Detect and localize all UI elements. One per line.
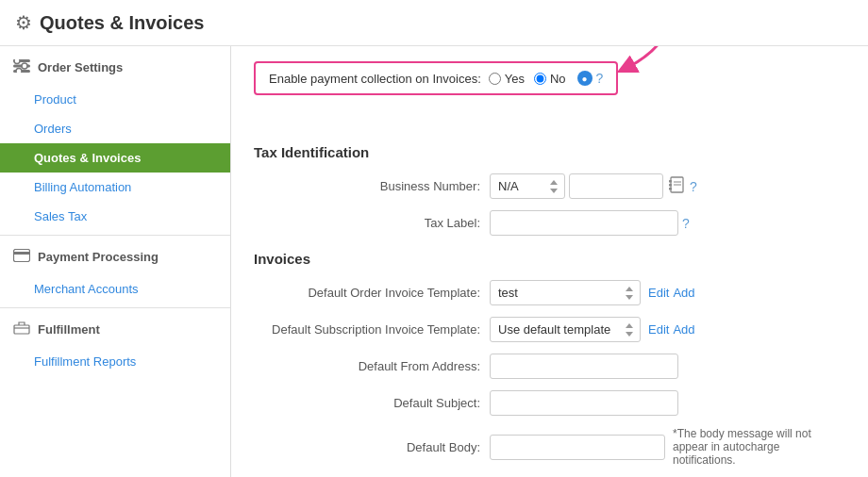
invoices-title: Invoices: [254, 251, 845, 267]
sidebar-section-payment-processing: Payment Processing Merchant Accounts: [0, 239, 230, 304]
tax-label-input[interactable]: [490, 210, 678, 236]
sidebar-section-order-settings: Order Settings Product Orders Quotes & I…: [0, 50, 230, 231]
help-icon-business[interactable]: ?: [690, 179, 697, 194]
help-icon-payment[interactable]: ?: [596, 71, 604, 86]
fulfillment-icon: [13, 321, 30, 337]
sidebar-section-header-payment: Payment Processing: [0, 239, 230, 274]
default-order-invoice-select[interactable]: test Use default template: [490, 280, 641, 305]
business-number-controls: N/A GST VAT: [490, 173, 697, 199]
subscription-invoice-add-link[interactable]: Add: [673, 322, 694, 337]
radio-yes-label: Yes: [505, 72, 525, 86]
svg-rect-8: [14, 325, 29, 334]
tax-label-label: Tax Label:: [254, 216, 480, 230]
default-from-address-group: Default From Address:: [254, 354, 845, 379]
order-invoice-edit-link[interactable]: Edit: [648, 286, 669, 300]
order-invoice-add-link[interactable]: Add: [673, 286, 694, 300]
business-number-group: Business Number: N/A GST VAT: [254, 173, 845, 199]
radio-no-option[interactable]: No: [534, 72, 566, 86]
svg-rect-7: [14, 252, 30, 255]
order-invoice-edit-add: Edit Add: [648, 286, 695, 300]
payment-icon: [13, 249, 30, 265]
default-body-group: Default Body: *The body message will not…: [254, 427, 845, 467]
sidebar-item-billing-automation[interactable]: Billing Automation: [0, 173, 230, 202]
body-note: *The body message will not appear in aut…: [673, 427, 845, 467]
default-order-invoice-group: Default Order Invoice Template: test Use…: [254, 280, 845, 305]
gear-icon: ⚙: [15, 11, 32, 34]
default-subscription-invoice-select[interactable]: Use default template test: [490, 317, 641, 342]
default-body-label: Default Body:: [254, 440, 480, 454]
default-subscription-invoice-label: Default Subscription Invoice Template:: [254, 322, 480, 337]
business-number-label: Business Number:: [254, 179, 480, 193]
tax-identification-section: Tax Identification Business Number: N/A …: [254, 144, 845, 236]
sidebar-item-sales-tax[interactable]: Sales Tax: [0, 202, 230, 231]
main-content: Enable payment collection on Invoices: Y…: [231, 46, 868, 477]
default-subject-label: Default Subject:: [254, 396, 480, 410]
sidebar-item-fulfillment-reports[interactable]: Fulfillment Reports: [0, 347, 230, 376]
svg-point-5: [16, 69, 22, 74]
sidebar-item-quotes-invoices[interactable]: Quotes & Invoices: [0, 143, 230, 173]
page-header: ⚙ Quotes & Invoices: [0, 0, 868, 46]
sidebar-divider-1: [0, 235, 230, 236]
default-subject-group: Default Subject:: [254, 390, 845, 416]
radio-no[interactable]: [534, 73, 546, 85]
svg-point-4: [22, 63, 27, 69]
default-from-address-label: Default From Address:: [254, 359, 480, 373]
invoices-section: Invoices Default Order Invoice Template:…: [254, 251, 845, 467]
payment-processing-label: Payment Processing: [38, 250, 159, 264]
sidebar-divider-2: [0, 307, 230, 308]
sidebar-section-header-order-settings: Order Settings: [0, 50, 230, 85]
help-icon-tax-label[interactable]: ?: [682, 216, 690, 231]
radio-yes-option[interactable]: Yes: [489, 72, 525, 86]
business-number-input[interactable]: [569, 173, 663, 199]
fulfillment-label: Fulfillment: [38, 322, 100, 337]
svg-rect-13: [669, 188, 672, 190]
sidebar: Order Settings Product Orders Quotes & I…: [0, 46, 231, 477]
subscription-invoice-edit-link[interactable]: Edit: [648, 322, 669, 337]
radio-no-label: No: [550, 72, 566, 86]
svg-point-3: [14, 59, 20, 64]
default-order-invoice-label: Default Order Invoice Template:: [254, 286, 480, 300]
order-settings-icon: [13, 59, 30, 75]
default-subscription-invoice-wrapper: Use default template test Edit Add: [490, 317, 695, 342]
business-number-select[interactable]: N/A GST VAT: [490, 173, 565, 199]
default-subject-input[interactable]: [490, 390, 678, 416]
sidebar-section-header-fulfillment: Fulfillment: [0, 312, 230, 347]
radio-yes[interactable]: [489, 73, 501, 85]
address-book-icon[interactable]: [669, 176, 686, 197]
tax-identification-title: Tax Identification: [254, 144, 845, 160]
default-order-invoice-wrapper: test Use default template Edit Add: [490, 280, 695, 305]
sidebar-item-merchant-accounts[interactable]: Merchant Accounts: [0, 274, 230, 304]
svg-rect-6: [14, 250, 30, 262]
order-settings-label: Order Settings: [38, 60, 123, 74]
default-body-input[interactable]: [490, 435, 665, 460]
sidebar-item-product[interactable]: Product: [0, 85, 230, 114]
page-title: Quotes & Invoices: [40, 12, 205, 34]
svg-rect-12: [669, 184, 672, 187]
default-from-address-input[interactable]: [490, 354, 678, 379]
subscription-invoice-edit-add: Edit Add: [648, 322, 695, 337]
no-radio-filled: ●: [577, 71, 593, 86]
svg-rect-11: [669, 180, 672, 183]
payment-collection-label: Enable payment collection on Invoices:: [269, 72, 481, 86]
sidebar-section-fulfillment: Fulfillment Fulfillment Reports: [0, 312, 230, 376]
sidebar-item-orders[interactable]: Orders: [0, 114, 230, 143]
payment-collection-bar: Enable payment collection on Invoices: Y…: [254, 61, 618, 95]
arrow-indicator: [599, 46, 675, 73]
default-subscription-invoice-group: Default Subscription Invoice Template: U…: [254, 317, 845, 342]
tax-label-group: Tax Label: ?: [254, 210, 845, 236]
